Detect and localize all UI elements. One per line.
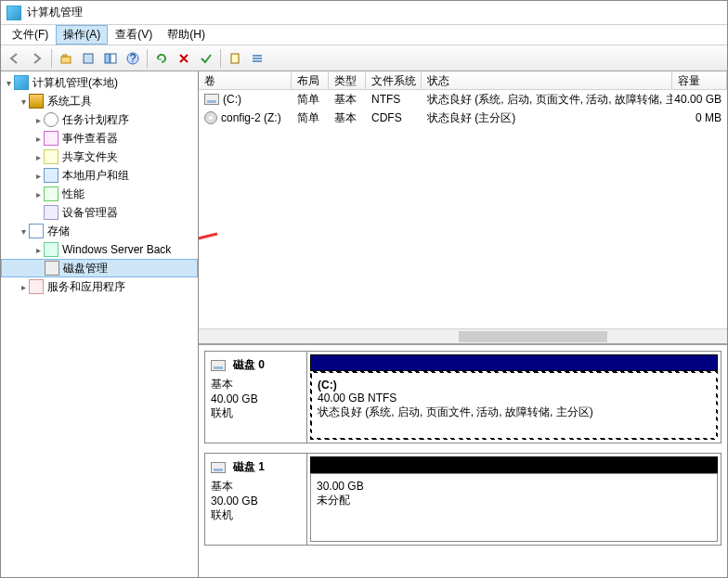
- computer-icon: [14, 75, 29, 90]
- tools-icon: [29, 94, 44, 109]
- up-button[interactable]: [56, 48, 76, 69]
- disk-icon: [211, 360, 226, 371]
- sidebar: ▾计算机管理(本地) ▾系统工具 ▸任务计划程序 ▸事件查看器 ▸共享文件夹 ▸…: [1, 71, 199, 577]
- menu-view[interactable]: 查看(V): [108, 25, 160, 45]
- tree-performance-label: 性能: [62, 186, 84, 202]
- ok-button[interactable]: [196, 48, 216, 69]
- disk-state: 联机: [211, 405, 301, 421]
- main-area: ▾计算机管理(本地) ▾系统工具 ▸任务计划程序 ▸事件查看器 ▸共享文件夹 ▸…: [1, 71, 727, 577]
- tree-storage[interactable]: ▾存储: [1, 222, 198, 240]
- tree-task-scheduler[interactable]: ▸任务计划程序: [1, 110, 198, 129]
- storage-icon: [29, 224, 44, 238]
- partition-status: 状态良好 (系统, 启动, 页面文件, 活动, 故障转储, 主分区): [318, 405, 710, 420]
- partition-size: 40.00 GB NTFS: [318, 392, 710, 405]
- svg-rect-10: [253, 60, 262, 62]
- disk-meta: 磁盘 1基本30.00 GB联机: [205, 454, 307, 545]
- refresh-button[interactable]: [151, 48, 172, 69]
- tree-storage-label: 存储: [47, 224, 70, 239]
- col-volume[interactable]: 卷: [199, 71, 292, 89]
- svg-rect-4: [110, 54, 116, 63]
- svg-rect-0: [61, 57, 71, 63]
- drive-icon: [204, 94, 219, 105]
- tree-event-viewer-label: 事件查看器: [62, 131, 118, 147]
- menu-action[interactable]: 操作(A): [56, 25, 108, 45]
- users-icon: [44, 168, 58, 183]
- delete-button[interactable]: [174, 48, 194, 69]
- volume-header: 卷 布局 类型 文件系统 状态 容量: [199, 71, 727, 90]
- disk-block[interactable]: 磁盘 0基本40.00 GB联机(C:)40.00 GB NTFS状态良好 (系…: [204, 351, 722, 443]
- col-type[interactable]: 类型: [329, 71, 366, 89]
- tree-services-apps[interactable]: ▸服务和应用程序: [1, 277, 198, 296]
- vol-fs: CDFS: [366, 111, 422, 124]
- tree-task-scheduler-label: 任务计划程序: [62, 112, 129, 128]
- back-button[interactable]: [5, 48, 25, 69]
- partition-area: (C:)40.00 GB NTFS状态良好 (系统, 启动, 页面文件, 活动,…: [307, 352, 721, 443]
- list-button[interactable]: [247, 48, 267, 69]
- partition-area: 30.00 GB未分配: [307, 454, 721, 545]
- device-icon: [44, 205, 58, 220]
- app-icon: [6, 6, 21, 20]
- tree-device-manager-label: 设备管理器: [62, 205, 118, 221]
- svg-rect-3: [105, 54, 110, 63]
- disk-meta: 磁盘 0基本40.00 GB联机: [205, 352, 307, 443]
- disk-kind: 基本: [211, 479, 301, 495]
- properties-button[interactable]: [78, 48, 98, 69]
- svg-rect-9: [253, 58, 262, 59]
- share-icon: [44, 149, 58, 164]
- separator: [147, 49, 148, 68]
- clock-icon: [44, 112, 58, 127]
- menu-file[interactable]: 文件(F): [5, 25, 56, 45]
- volume-rows: (C:)简单基本NTFS状态良好 (系统, 启动, 页面文件, 活动, 故障转储…: [199, 90, 727, 127]
- disk-label: 磁盘 0: [233, 357, 265, 373]
- tree-wsbackup[interactable]: ▸Windows Server Back: [1, 240, 198, 259]
- vol-layout: 简单: [292, 92, 329, 108]
- partition-box[interactable]: (C:)40.00 GB NTFS状态良好 (系统, 启动, 页面文件, 活动,…: [310, 371, 718, 440]
- disk-graphical-pane: 磁盘 0基本40.00 GB联机(C:)40.00 GB NTFS状态良好 (系…: [199, 345, 727, 577]
- tree-device-manager[interactable]: 设备管理器: [1, 203, 198, 222]
- tree-shared-folders-label: 共享文件夹: [62, 149, 118, 165]
- col-fs[interactable]: 文件系统: [366, 71, 422, 89]
- tree-performance[interactable]: ▸性能: [1, 185, 198, 203]
- disk-block[interactable]: 磁盘 1基本30.00 GB联机30.00 GB未分配: [204, 453, 722, 546]
- col-layout[interactable]: 布局: [292, 71, 329, 89]
- tree: ▾计算机管理(本地) ▾系统工具 ▸任务计划程序 ▸事件查看器 ▸共享文件夹 ▸…: [1, 71, 198, 298]
- tree-root-label: 计算机管理(本地): [32, 75, 118, 91]
- tree-shared-folders[interactable]: ▸共享文件夹: [1, 148, 198, 166]
- col-status[interactable]: 状态: [422, 71, 672, 89]
- vol-status: 状态良好 (主分区): [422, 110, 672, 126]
- tree-root[interactable]: ▾计算机管理(本地): [1, 73, 198, 92]
- annotation-arrow: [199, 229, 227, 266]
- tree-local-users[interactable]: ▸本地用户和组: [1, 166, 198, 185]
- disk-state: 联机: [211, 507, 301, 523]
- col-capacity[interactable]: 容量: [672, 71, 727, 89]
- partition-size: 30.00 GB: [317, 480, 711, 493]
- disk-label: 磁盘 1: [233, 459, 265, 475]
- tree-system-tools[interactable]: ▾系统工具: [1, 92, 198, 110]
- tree-local-users-label: 本地用户和组: [62, 168, 129, 184]
- disk-icon: [45, 261, 59, 276]
- scrollbar-thumb[interactable]: [459, 331, 607, 342]
- volume-list-pane: 卷 布局 类型 文件系统 状态 容量 (C:)简单基本NTFS状态良好 (系统,…: [199, 71, 727, 345]
- toolbar: ?: [1, 45, 727, 71]
- titlebar: 计算机管理: [1, 1, 727, 25]
- new-button[interactable]: [225, 48, 245, 69]
- svg-line-11: [199, 234, 217, 259]
- h-scrollbar[interactable]: [199, 328, 727, 343]
- show-hide-button[interactable]: [100, 48, 121, 69]
- partition-status: 未分配: [317, 493, 711, 508]
- partition-box[interactable]: 30.00 GB未分配: [310, 473, 718, 542]
- help-button[interactable]: ?: [123, 48, 143, 69]
- volume-row[interactable]: config-2 (Z:)简单基本CDFS状态良好 (主分区)0 MB: [199, 109, 727, 127]
- tree-event-viewer[interactable]: ▸事件查看器: [1, 129, 198, 148]
- tree-wsbackup-label: Windows Server Back: [62, 243, 171, 256]
- perf-icon: [44, 186, 58, 201]
- tree-disk-management-label: 磁盘管理: [63, 261, 108, 276]
- svg-rect-7: [231, 54, 239, 63]
- volume-row[interactable]: (C:)简单基本NTFS状态良好 (系统, 启动, 页面文件, 活动, 故障转储…: [199, 90, 727, 109]
- backup-icon: [44, 242, 58, 257]
- tree-disk-management[interactable]: 磁盘管理: [1, 259, 198, 277]
- menubar: 文件(F) 操作(A) 查看(V) 帮助(H): [1, 25, 727, 45]
- svg-text:?: ?: [130, 52, 136, 65]
- menu-help[interactable]: 帮助(H): [160, 25, 213, 45]
- forward-button[interactable]: [27, 48, 47, 69]
